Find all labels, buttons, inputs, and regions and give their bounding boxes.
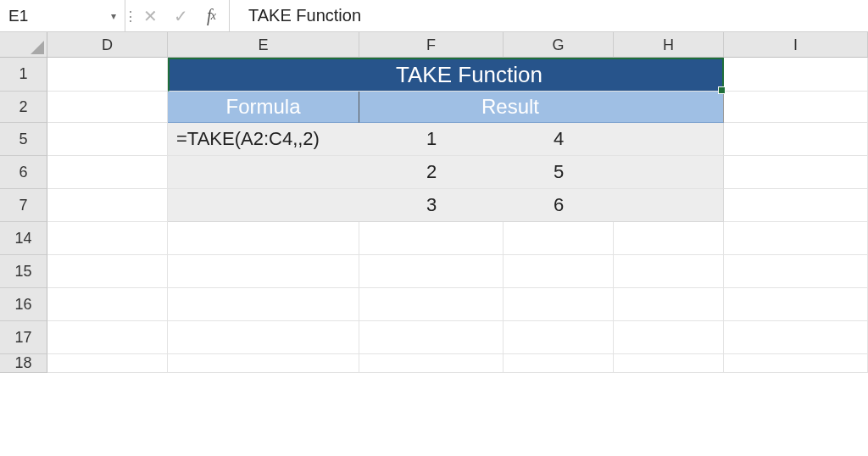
select-all-corner[interactable] xyxy=(0,32,47,58)
column-headers: D E F G H I xyxy=(0,32,868,58)
table-row: 14 xyxy=(0,222,868,255)
row-header[interactable]: 6 xyxy=(0,156,47,189)
cell[interactable] xyxy=(47,288,168,321)
subheader-result-label: Result xyxy=(481,95,539,119)
row-header[interactable]: 7 xyxy=(0,189,47,222)
cell[interactable] xyxy=(168,354,359,373)
table-row: 1 TAKE Function xyxy=(0,58,868,92)
cell[interactable] xyxy=(47,255,168,288)
row-header[interactable]: 18 xyxy=(0,354,47,373)
cell[interactable] xyxy=(47,189,168,222)
cell[interactable] xyxy=(614,255,724,288)
result-cell[interactable]: 1 xyxy=(359,123,504,156)
cell[interactable] xyxy=(724,288,868,321)
table-row: 7 3 6 xyxy=(0,189,868,222)
formula-bar-divider xyxy=(125,0,136,31)
formula-input[interactable]: TAKE Function xyxy=(230,6,868,25)
col-header-H[interactable]: H xyxy=(614,32,724,58)
col-header-G[interactable]: G xyxy=(504,32,614,58)
table-title: TAKE Function xyxy=(396,62,542,88)
cell[interactable] xyxy=(47,321,168,354)
result-cell[interactable]: 2 xyxy=(359,156,504,189)
enter-icon[interactable]: ✓ xyxy=(171,6,190,26)
cell[interactable] xyxy=(724,189,868,222)
cell[interactable] xyxy=(724,58,868,92)
cell[interactable] xyxy=(47,354,168,373)
cell[interactable] xyxy=(504,255,614,288)
formula-cell[interactable] xyxy=(168,156,359,189)
cell[interactable] xyxy=(359,354,504,373)
cancel-icon[interactable]: ✕ xyxy=(141,6,159,26)
table-row: 16 xyxy=(0,288,868,321)
table-title-cell[interactable] xyxy=(614,58,724,92)
table-title-cell[interactable] xyxy=(168,58,359,92)
name-box[interactable]: E1 ▾ xyxy=(0,0,125,31)
cell[interactable] xyxy=(614,222,724,255)
cell[interactable] xyxy=(504,321,614,354)
cell[interactable] xyxy=(168,255,359,288)
cell[interactable] xyxy=(504,354,614,373)
table-row: 5 =TAKE(A2:C4,,2) 1 4 xyxy=(0,123,868,156)
table-title-cell[interactable]: TAKE Function xyxy=(359,58,504,92)
cell[interactable] xyxy=(724,156,868,189)
cell[interactable] xyxy=(724,92,868,123)
table-row: 2 Formula Result xyxy=(0,92,868,123)
cell[interactable] xyxy=(47,123,168,156)
table-row: 15 xyxy=(0,255,868,288)
cell[interactable] xyxy=(47,156,168,189)
cell[interactable] xyxy=(359,321,504,354)
cell[interactable] xyxy=(168,321,359,354)
result-cell[interactable] xyxy=(614,156,724,189)
formula-cell[interactable]: =TAKE(A2:C4,,2) xyxy=(168,123,359,156)
row-header[interactable]: 2 xyxy=(0,92,47,123)
cell[interactable] xyxy=(168,222,359,255)
row-header[interactable]: 16 xyxy=(0,288,47,321)
formula-cell[interactable] xyxy=(168,189,359,222)
subheader-result[interactable] xyxy=(614,92,724,123)
col-header-E[interactable]: E xyxy=(168,32,359,58)
subheader-formula[interactable]: Formula xyxy=(168,92,359,123)
chevron-down-icon[interactable]: ▾ xyxy=(111,10,116,22)
cell[interactable] xyxy=(359,288,504,321)
result-cell[interactable]: 6 xyxy=(504,189,614,222)
cell[interactable] xyxy=(47,222,168,255)
table-row: 18 xyxy=(0,354,868,373)
col-header-D[interactable]: D xyxy=(47,32,168,58)
cell[interactable] xyxy=(724,222,868,255)
row-header[interactable]: 17 xyxy=(0,321,47,354)
row-header[interactable]: 1 xyxy=(0,58,47,92)
cell[interactable] xyxy=(504,288,614,321)
table-row: 17 xyxy=(0,321,868,354)
subheader-result[interactable]: Result xyxy=(504,92,614,123)
cell[interactable] xyxy=(614,321,724,354)
cell[interactable] xyxy=(359,255,504,288)
table-row: 6 2 5 xyxy=(0,156,868,189)
cell[interactable] xyxy=(359,222,504,255)
cell[interactable] xyxy=(724,255,868,288)
result-cell[interactable]: 5 xyxy=(504,156,614,189)
cell[interactable] xyxy=(47,58,168,92)
formula-bar: E1 ▾ ✕ ✓ fx TAKE Function xyxy=(0,0,868,32)
result-cell[interactable] xyxy=(614,123,724,156)
cell[interactable] xyxy=(614,354,724,373)
cell[interactable] xyxy=(724,321,868,354)
cell[interactable] xyxy=(614,288,724,321)
cell[interactable] xyxy=(724,123,868,156)
cell[interactable] xyxy=(168,288,359,321)
spreadsheet-grid[interactable]: D E F G H I 1 TAKE Function 2 Formula Re… xyxy=(0,32,868,456)
cell[interactable] xyxy=(504,222,614,255)
result-cell[interactable] xyxy=(614,189,724,222)
row-header[interactable]: 14 xyxy=(0,222,47,255)
result-cell[interactable]: 4 xyxy=(504,123,614,156)
name-box-value: E1 xyxy=(8,7,111,25)
cell[interactable] xyxy=(724,354,868,373)
result-cell[interactable]: 3 xyxy=(359,189,504,222)
col-header-I[interactable]: I xyxy=(724,32,868,58)
row-header[interactable]: 15 xyxy=(0,255,47,288)
fx-icon[interactable]: fx xyxy=(202,6,220,25)
row-header[interactable]: 5 xyxy=(0,123,47,156)
formula-bar-controls: ✕ ✓ fx xyxy=(136,0,230,31)
cell[interactable] xyxy=(47,92,168,123)
col-header-F[interactable]: F xyxy=(359,32,504,58)
